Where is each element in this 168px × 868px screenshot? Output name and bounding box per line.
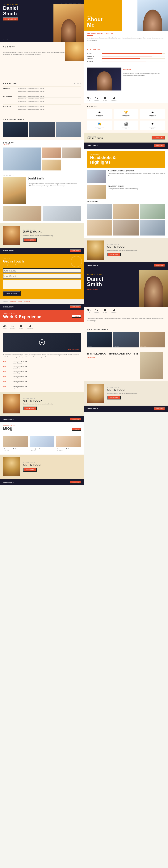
skill-modeling: MODELING (87, 56, 165, 57)
about-hero-content: ACTOR About Me (84, 0, 168, 31)
footer-contact-btn-1[interactable]: CONTACT ME (70, 249, 81, 252)
stat-right-films-num: 35 (87, 97, 90, 100)
gallery-item-2[interactable] (42, 148, 61, 158)
award-sub-6: 2018 (141, 128, 163, 129)
work-exp-title: Work & (3, 314, 18, 319)
resume-item: Lorem Ipsum — Lorem ipsum dolor sit amet (18, 95, 81, 98)
form-name-input[interactable] (3, 268, 81, 273)
headshot-1[interactable] (87, 204, 112, 219)
about-title: About Me (87, 17, 102, 28)
social-link-tw[interactable]: t (5, 39, 5, 40)
reel-label: MY ACTING REEL (68, 349, 79, 350)
hero-contact-button[interactable]: CONTACT ME (3, 17, 18, 21)
work-card-right-3[interactable]: ROMANCE (140, 332, 165, 347)
exp-item-6: 2018 Lorem Ipsum Role Title Stage Produc… (3, 385, 81, 390)
footer-btn-right-1[interactable]: CONTACT ME (154, 144, 165, 147)
social-link-ig[interactable]: in (7, 39, 8, 40)
bio-description: Lorem ipsum dolor sit amet, consectetur … (28, 183, 81, 187)
timing-row: IT'S ALL ABOUT TIMING, AND THAT'S IT REA… (87, 352, 165, 379)
git-final-btn[interactable]: CONTACT ME (107, 396, 121, 400)
resume-items-edu: Lorem Ipsum — Lorem ipsum dolor sit amet… (18, 106, 81, 111)
resume-item: Lorem Ipsum — Lorem ipsum dolor sit amet (18, 88, 81, 90)
headshot-2[interactable] (114, 204, 139, 219)
about-story-section: MY STORY Lorem ipsum dolor sit amet cons… (84, 65, 168, 95)
blog-card-img-1 (3, 436, 28, 447)
headshot-6[interactable] (140, 220, 165, 236)
git-blog-btn[interactable]: CONTACT ME (23, 468, 37, 472)
acting-reel-box[interactable]: ▶ MY ACTING REEL (3, 333, 81, 352)
exp-title-4: Lorem Ipsum Role Title (13, 376, 81, 377)
stat2-countries: 4 COUNTRIES (111, 309, 117, 313)
blog-card-3[interactable]: Lorem Ipsum Post NOV 2023 (56, 436, 81, 452)
stat2-films-num: 35 (87, 309, 90, 312)
resume-icon-fb[interactable]: f (74, 83, 75, 85)
blog-view-all-btn[interactable]: VIEW ALL (72, 428, 81, 431)
social-link-fb[interactable]: f (3, 39, 3, 40)
git-right-desc: Lorem ipsum dolor sit amet consectetur a… (107, 249, 137, 251)
work-card-right-label-3: ROMANCE (140, 345, 146, 347)
social-footer-tw[interactable]: Twitter (18, 301, 22, 302)
headshot-5[interactable] (114, 220, 139, 236)
gallery-img-2 (42, 148, 61, 158)
work-exp-btn[interactable]: VIEW ALL (72, 315, 81, 318)
exp-item-2: 2022 Lorem Ipsum Role Title Film Studio … (3, 365, 81, 370)
work-card-right-1[interactable]: DRAMA (87, 332, 112, 347)
footer-bar-right-2: DANIEL SMITH CONTACT ME (84, 262, 168, 269)
footer-btn-right-2[interactable]: CONTACT ME (154, 264, 165, 267)
stat-right-years-num: 8 (103, 97, 107, 100)
gallery-link[interactable]: VIEW ALL (3, 144, 81, 146)
reel-play-button[interactable]: ▶ (39, 339, 45, 345)
blog-card-img-2 (30, 436, 55, 447)
work-card-right-2[interactable]: ACTION (114, 332, 139, 347)
skill-fill-acting (102, 53, 162, 54)
exp-title-5: Lorem Ipsum Role Title (13, 381, 81, 382)
git-blog-photo (3, 457, 20, 476)
social-footer-fb[interactable]: Facebook (10, 301, 16, 302)
work-card-2[interactable]: ACTION (30, 122, 55, 137)
form-message-area[interactable] (3, 280, 81, 289)
bio-accent-bar (28, 181, 34, 181)
work-card-right-label-1: DRAMA (88, 345, 92, 347)
stat-years-number: 8 (19, 324, 23, 328)
footer-contact-btn-2[interactable]: CONTACT ME (70, 305, 81, 308)
resume-icon-tw[interactable]: t (76, 83, 76, 85)
hero2-reel-btn[interactable]: MY ACTING REEL (87, 289, 103, 290)
headshot-4[interactable] (87, 220, 112, 236)
stat-right-countries-num: 4 (111, 97, 117, 100)
about-story-link[interactable]: MY STORY (123, 69, 131, 71)
form-email-input[interactable] (3, 274, 81, 279)
git-btn-bottom[interactable]: CONTACT ME (23, 407, 37, 410)
skill-bar-singing (102, 58, 165, 59)
highlight-name-1: MAURIS BLANDIT ALIQUET SIT (108, 170, 165, 172)
blog-card-1[interactable]: Lorem Ipsum Post JAN 2024 (3, 436, 28, 452)
footer-contact-btn-3[interactable]: CONTACT ME (70, 417, 81, 421)
story-section: MY STORY Toca inim duis anim incididunt … (0, 42, 84, 80)
git-banner-btn[interactable]: CONTACT ME (152, 136, 165, 140)
resume-icon-yt[interactable]: ▶ (80, 83, 81, 85)
blog-card-content-2: Lorem Ipsum Post DEC 2023 (30, 447, 55, 452)
stat2-films: 35 FILMS (87, 309, 90, 313)
blog-card-2[interactable]: Lorem Ipsum Post DEC 2023 (30, 436, 55, 452)
gallery-item-large[interactable] (3, 148, 41, 170)
gallery-item-3[interactable] (62, 148, 81, 158)
git-right-btn[interactable]: CONTACT ME (107, 253, 121, 256)
footer-contact-btn-4[interactable]: CONTACT ME (70, 480, 81, 484)
form-submit-button[interactable]: SEND MESSAGE (3, 291, 20, 296)
highlight-photo-2 (87, 185, 106, 198)
work-card-3[interactable]: COMEDY (56, 122, 81, 137)
git-final-photo (87, 384, 104, 403)
resume-icon-in[interactable]: in (78, 83, 79, 85)
skill-name-dancing: DANCING (87, 60, 102, 62)
git-button[interactable]: CONTACT ME (23, 238, 37, 242)
social-footer-ig[interactable]: Instagram (24, 301, 30, 302)
work-card-1[interactable]: DRAMA (3, 122, 28, 137)
resume-label-training: TRAINING (3, 88, 18, 93)
footer-btn-right-final[interactable]: CONTACT ME (154, 407, 165, 410)
headshot-3[interactable] (140, 204, 165, 219)
timing-link[interactable]: READ MORE → (87, 356, 138, 358)
exp-year-1: 2023 (3, 361, 13, 364)
resume-label-edu: EDUCATION (3, 106, 18, 111)
gallery-item-4[interactable] (42, 160, 61, 170)
award-sub-5: 2019 (115, 128, 137, 129)
work-description: Toca inim duis anim incididunt pis. Sed … (3, 354, 81, 358)
